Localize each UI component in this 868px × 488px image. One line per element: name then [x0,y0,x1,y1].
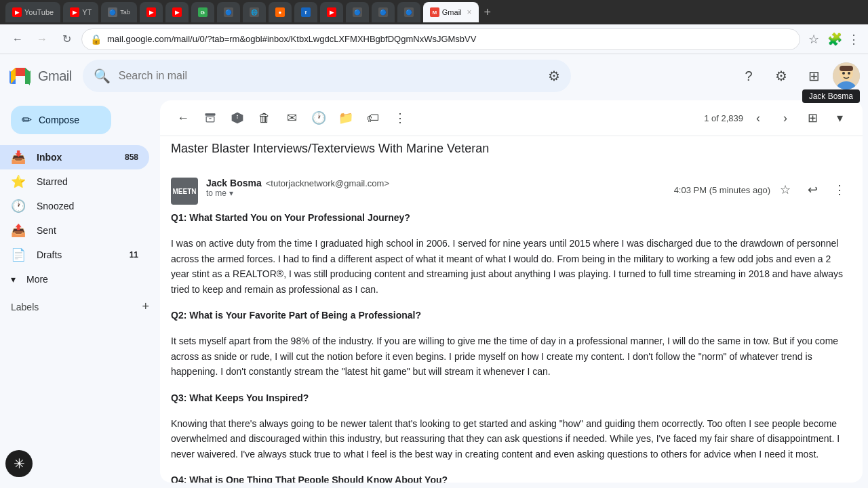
star-email-btn[interactable]: ☆ [773,178,797,202]
tab-8[interactable]: 🌐 [243,2,266,22]
user-menu-wrapper: Jack Bosma [833,62,860,89]
tab-label-3: Tab [120,9,130,16]
accessibility-btn[interactable]: ✳ [5,450,33,477]
mail-panel: ← 🗑 ✉ 🕐 📁 🏷 ⋮ 1 o [160,98,868,488]
sidebar-item-drafts[interactable]: 📄 Drafts 11 [0,243,149,267]
sidebar-more-btn[interactable]: ▾ More [0,267,160,291]
apps-btn[interactable]: ⊞ [800,62,827,89]
drafts-label: Drafts [37,249,130,260]
mark-unread-btn[interactable]: ✉ [279,106,304,130]
address-bar-row: ← → ↻ 🔒 mail.google.com/mail/u/0/?tab=rm… [0,24,868,54]
search-input[interactable] [119,70,540,82]
new-tab-btn[interactable]: + [484,5,492,20]
tab-3[interactable]: 🔵 Tab [101,2,137,22]
email-more-btn[interactable]: ⋮ [827,178,852,202]
user-tooltip-text: Jack Bosma [809,92,853,101]
gmail-logo-icon [8,64,33,88]
inbox-icon: 📥 [11,150,26,165]
main-body: ✏ Compose 📥 Inbox 858 ⭐ Starred 🕐 Snooze… [0,98,868,488]
user-tooltip: Jack Bosma [802,89,860,103]
tab-5[interactable]: ▶ [165,2,189,22]
next-email-btn[interactable]: › [773,106,797,130]
tab-label-2: YT [82,8,92,16]
tab-gmail[interactable]: M Gmail × [423,2,479,22]
tab-9[interactable]: ● [269,2,292,22]
sidebar-item-starred[interactable]: ⭐ Starred [0,169,149,194]
svg-rect-5 [840,66,853,71]
to-me-chevron[interactable]: ▾ [229,188,233,198]
tab-favicon-12: 🔵 [353,7,362,17]
to-me: to me [206,188,226,198]
address-bar[interactable]: 🔒 mail.google.com/mail/u/0/?tab=rm&ogbl#… [81,28,800,50]
labels-section: Labels + [0,294,160,319]
email-count: 1 of 2,839 [704,113,743,123]
tab-favicon-11: ▶ [327,7,336,17]
reply-btn[interactable]: ↩ [800,178,825,202]
menu-btn[interactable]: ⋮ [848,32,860,47]
snoozed-icon: 🕐 [11,199,26,214]
delete-btn[interactable]: 🗑 [252,106,277,130]
tab-7[interactable]: 🔵 [217,2,240,22]
svg-rect-6 [205,113,216,115]
tab-favicon-5: ▶ [172,7,182,17]
tab-10[interactable]: f [294,2,317,22]
pagination-btns: ‹ › [746,106,797,130]
tab-12[interactable]: 🔵 [346,2,369,22]
more-actions-btn[interactable]: ⋮ [388,106,412,130]
reload-btn[interactable]: ↻ [57,30,76,49]
sender-logo: MEETN [171,178,198,205]
q2-question: Q2: What is Your Favorite Part of Being … [171,308,852,323]
tab-6[interactable]: G [191,2,214,22]
forward-nav-btn[interactable]: → [33,30,52,49]
tab-1[interactable]: ▶ YouTube [5,2,60,22]
bookmark-btn[interactable]: ☆ [806,29,822,49]
archive-icon [203,111,217,125]
back-nav-btn[interactable]: ← [8,30,27,49]
search-filter-icon[interactable]: ⚙ [548,68,560,84]
prev-email-btn[interactable]: ‹ [746,106,770,130]
tab-14[interactable]: 🔵 [397,2,420,22]
settings-btn[interactable]: ⚙ [768,62,795,89]
labels-add-btn[interactable]: + [142,300,149,314]
email-text-body: Q1: What Started You on Your Professiona… [171,210,852,483]
search-bar[interactable]: 🔍 ⚙ [83,60,571,92]
labels-btn[interactable]: 🏷 [361,106,385,130]
tab-favicon-10: f [301,7,311,17]
sidebar-item-snoozed[interactable]: 🕐 Snoozed [0,194,149,218]
email-subject: Master Blaster Interviews/Texterviews Wi… [171,136,852,167]
q1-answer: I was on active duty from the time I gra… [171,236,852,297]
q3-answer: Knowing that there's always going to be … [171,416,852,462]
extensions-btn[interactable]: 🧩 [827,32,842,47]
tab-11[interactable]: ▶ [320,2,343,22]
mail-inner: ← 🗑 ✉ 🕐 📁 🏷 ⋮ 1 o [160,100,863,483]
back-to-list-btn[interactable]: ← [171,106,195,130]
tab-favicon-3: 🔵 [108,7,117,17]
browser-tabs-bar: ▶ YouTube ▶ YT 🔵 Tab ▶ ▶ G 🔵 🌐 ● f [0,0,868,24]
tab-close-gmail[interactable]: × [467,7,472,17]
tab-favicon-2: ▶ [70,7,79,17]
snooze-btn[interactable]: 🕐 [307,106,331,130]
q1-question: Q1: What Started You on Your Professiona… [171,210,852,225]
view-mode-btn[interactable]: ⊞ [800,106,825,130]
tab-4[interactable]: ▶ [140,2,163,22]
report-btn[interactable] [225,106,250,130]
url-display: mail.google.com/mail/u/0/?tab=rm&ogbl#in… [107,34,476,44]
help-btn[interactable]: ? [735,62,762,89]
compose-button[interactable]: ✏ Compose [11,106,111,134]
sidebar-item-inbox[interactable]: 📥 Inbox 858 [0,145,149,169]
tab-2[interactable]: ▶ YT [63,2,98,22]
view-more-btn[interactable]: ▾ [827,106,852,130]
email-actions-right: 4:03 PM (5 minutes ago) ☆ ↩ ⋮ [674,178,852,202]
sidebar: ✏ Compose 📥 Inbox 858 ⭐ Starred 🕐 Snooze… [0,98,160,488]
archive-btn[interactable] [198,106,222,130]
help-btn-wrapper: ? [735,62,762,89]
drafts-icon: 📄 [11,247,26,262]
tab-13[interactable]: 🔵 [372,2,395,22]
move-to-btn[interactable]: 📁 [334,106,358,130]
user-avatar[interactable] [833,62,860,89]
tab-favicon-13: 🔵 [378,7,388,17]
search-icon: 🔍 [94,68,111,84]
starred-label: Starred [37,176,138,187]
tab-favicon-8: 🌐 [250,7,259,17]
sidebar-item-sent[interactable]: 📤 Sent [0,218,149,243]
